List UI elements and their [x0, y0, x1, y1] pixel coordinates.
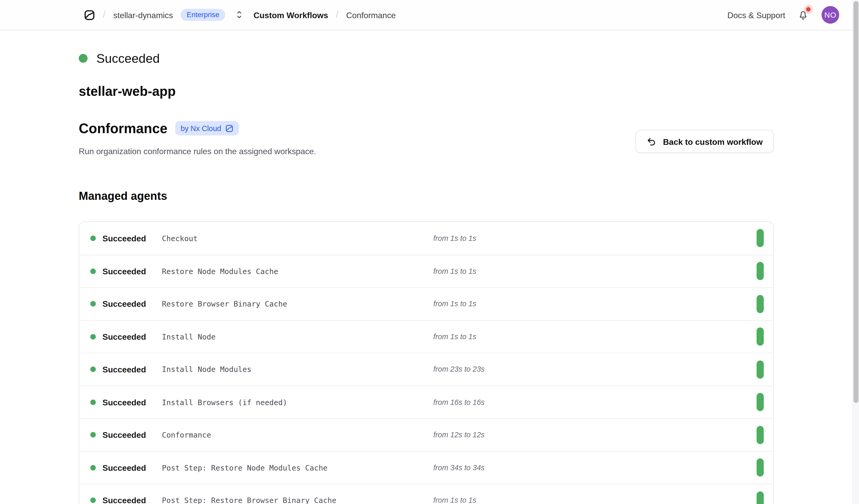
step-status: Succeeded — [102, 463, 146, 472]
status-dot-icon — [90, 498, 96, 503]
managed-agents-heading: Managed agents — [79, 188, 773, 203]
step-timing: from 1s to 1s — [433, 333, 476, 341]
nav-actions: Docs & Support NO — [727, 6, 839, 24]
breadcrumb: / stellar-dynamics Enterprise Custom Wor… — [84, 9, 396, 21]
step-name: Restore Node Modules Cache — [162, 267, 278, 276]
step-name: Post Step: Restore Node Modules Cache — [162, 463, 328, 472]
scrollbar-track[interactable] — [853, 0, 859, 504]
main-content: Succeeded stellar-web-app Conformance by… — [0, 49, 853, 504]
step-timing: from 1s to 1s — [433, 234, 476, 242]
step-name: Restore Browser Binary Cache — [162, 300, 287, 308]
agent-step-row[interactable]: Succeeded Post Step: Restore Browser Bin… — [79, 484, 773, 504]
agent-step-row[interactable]: Succeeded Restore Browser Binary Cache f… — [79, 287, 773, 320]
workflow-description: Run organization conformance rules on th… — [79, 145, 316, 157]
step-status: Succeeded — [102, 332, 146, 341]
step-name: Post Step: Restore Browser Binary Cache — [162, 496, 336, 504]
step-timing: from 1s to 1s — [433, 496, 476, 504]
agent-step-row[interactable]: Succeeded Restore Node Modules Cache fro… — [79, 255, 773, 287]
workspace-title: stellar-web-app — [79, 82, 773, 100]
agent-step-row[interactable]: Succeeded Install Node Modules from 23s … — [79, 353, 773, 385]
duration-bar — [756, 295, 764, 313]
status-dot-icon — [90, 367, 96, 372]
step-timing: from 16s to 16s — [433, 398, 484, 407]
duration-bar — [756, 459, 764, 477]
bell-icon[interactable] — [797, 9, 810, 21]
duration-bar — [756, 360, 764, 378]
agent-step-row[interactable]: Succeeded Checkout from 1s to 1s — [79, 222, 773, 255]
step-status: Succeeded — [102, 496, 146, 504]
run-status-label: Succeeded — [96, 51, 160, 66]
top-nav: / stellar-dynamics Enterprise Custom Wor… — [0, 0, 853, 30]
by-nx-cloud-badge[interactable]: by Nx Cloud — [175, 121, 239, 136]
docs-support-link[interactable]: Docs & Support — [727, 10, 785, 19]
status-dot-icon — [90, 334, 96, 339]
status-dot-icon — [90, 465, 96, 470]
nx-cloud-logo-icon — [225, 124, 233, 132]
step-timing: from 34s to 34s — [433, 463, 484, 472]
breadcrumb-separator: / — [103, 9, 106, 20]
status-dot-icon — [79, 54, 88, 63]
status-dot-icon — [90, 235, 96, 241]
step-timing: from 1s to 1s — [433, 300, 476, 308]
duration-bar — [756, 327, 764, 346]
agent-step-row[interactable]: Succeeded Post Step: Restore Node Module… — [79, 451, 773, 484]
app-window: / stellar-dynamics Enterprise Custom Wor… — [0, 0, 859, 504]
duration-bar — [756, 393, 764, 411]
duration-bar — [756, 262, 764, 280]
step-status: Succeeded — [102, 398, 146, 407]
step-name: Install Browsers (if needed) — [162, 398, 287, 407]
step-status: Succeeded — [102, 266, 146, 276]
workflow-header: Conformance by Nx Cloud Run organization… — [79, 119, 773, 157]
agent-step-row[interactable]: Succeeded Conformance from 12s to 12s — [79, 418, 773, 451]
breadcrumb-separator: / — [336, 9, 338, 20]
agent-step-row[interactable]: Succeeded Install Node from 1s to 1s — [79, 320, 773, 353]
enterprise-plan-badge[interactable]: Enterprise — [181, 9, 225, 21]
workflow-info: Conformance by Nx Cloud Run organization… — [79, 119, 316, 157]
agent-step-row[interactable]: Succeeded Install Browsers (if needed) f… — [79, 385, 773, 418]
back-button-label: Back to custom workflow — [663, 137, 763, 146]
managed-agents-card: Succeeded Checkout from 1s to 1s Succeed… — [79, 221, 773, 504]
chevron-up-down-icon[interactable] — [235, 9, 244, 20]
status-dot-icon — [90, 268, 96, 274]
by-nx-cloud-label: by Nx Cloud — [181, 124, 221, 132]
avatar[interactable]: NO — [822, 6, 839, 24]
status-dot-icon — [90, 399, 96, 405]
nx-cloud-page: / stellar-dynamics Enterprise Custom Wor… — [0, 0, 859, 504]
step-status: Succeeded — [102, 365, 146, 374]
step-timing: from 12s to 12s — [433, 431, 484, 439]
status-dot-icon — [90, 301, 96, 306]
step-name: Install Node — [162, 332, 215, 341]
run-status: Succeeded — [79, 49, 773, 67]
step-status: Succeeded — [102, 430, 146, 440]
step-timing: from 23s to 23s — [433, 365, 484, 373]
return-arrow-icon — [647, 136, 657, 147]
status-dot-icon — [90, 432, 96, 438]
scrollbar-thumb[interactable] — [854, 1, 858, 403]
step-name: Install Node Modules — [162, 365, 251, 374]
breadcrumb-org[interactable]: stellar-dynamics — [113, 10, 173, 19]
step-status: Succeeded — [102, 299, 146, 309]
workflow-title: Conformance — [79, 119, 167, 138]
duration-bar — [756, 426, 764, 444]
step-name: Conformance — [162, 430, 211, 439]
back-to-custom-workflow-button[interactable]: Back to custom workflow — [635, 130, 773, 153]
nx-cloud-logo-icon[interactable] — [84, 9, 95, 21]
breadcrumb-page: Conformance — [346, 10, 396, 19]
step-name: Checkout — [162, 234, 198, 243]
notification-dot — [806, 7, 811, 12]
step-timing: from 1s to 1s — [433, 267, 476, 275]
breadcrumb-section[interactable]: Custom Workflows — [254, 10, 328, 19]
duration-bar — [756, 229, 764, 247]
step-status: Succeeded — [102, 233, 146, 243]
duration-bar — [756, 491, 764, 504]
